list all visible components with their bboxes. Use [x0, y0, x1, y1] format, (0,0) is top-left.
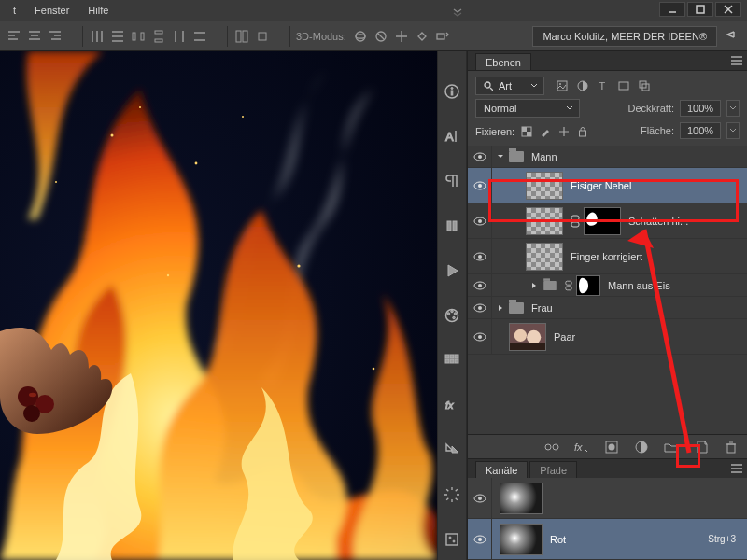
auto-blend-icon[interactable]	[254, 28, 271, 45]
info-icon[interactable]	[441, 83, 463, 100]
visibility-toggle[interactable]	[468, 203, 492, 238]
layer-group-frau[interactable]: Frau	[468, 297, 747, 319]
auto-align-icon[interactable]	[233, 28, 250, 45]
visibility-toggle[interactable]	[468, 297, 492, 318]
maximize-button[interactable]	[687, 2, 713, 17]
pan-3d-icon[interactable]	[393, 28, 410, 45]
layer-thumbnail[interactable]	[526, 172, 563, 200]
layers-list[interactable]: Mann Eisiger Nebel Schatten hi... Finger…	[468, 146, 747, 434]
layer-name[interactable]: Mann	[531, 151, 557, 162]
menu-stub[interactable]: t	[4, 3, 25, 18]
align-right-icon[interactable]	[47, 28, 63, 45]
layer-group-mann[interactable]: Mann	[468, 146, 747, 168]
orbit-3d-icon[interactable]	[352, 28, 369, 45]
layer-group-mann-aus-eis[interactable]: Mann aus Eis	[468, 274, 747, 297]
lock-position-icon[interactable]	[557, 125, 571, 138]
mask-link-icon[interactable]	[571, 215, 580, 228]
character-icon[interactable]: A	[441, 128, 463, 145]
layer-thumbnail[interactable]	[526, 243, 563, 271]
panel-menu-icon[interactable]	[728, 459, 747, 478]
filter-kind-select[interactable]: Art	[475, 77, 544, 95]
visibility-toggle[interactable]	[468, 519, 492, 560]
distribute-hcenters-icon[interactable]	[171, 28, 188, 45]
lock-all-icon[interactable]	[576, 125, 589, 138]
layer-name[interactable]: Eisiger Nebel	[571, 180, 631, 191]
visibility-toggle[interactable]	[468, 319, 492, 354]
mask-thumbnail[interactable]	[576, 275, 600, 296]
distribute-vcenters-icon[interactable]	[191, 28, 208, 45]
user-chip[interactable]: Marco Kolditz, MEER DER IDEEN®	[532, 26, 717, 47]
layer-name[interactable]: Mann aus Eis	[608, 280, 670, 291]
collapse-panels-button[interactable]	[437, 6, 467, 19]
layer-name[interactable]: Finger korrigiert	[571, 251, 642, 262]
slide-3d-icon[interactable]	[414, 28, 430, 45]
play-icon[interactable]	[441, 262, 463, 279]
fx-icon[interactable]: fx	[573, 439, 590, 455]
visibility-toggle[interactable]	[468, 478, 492, 519]
filter-smart-icon[interactable]	[638, 79, 651, 92]
panel-menu-icon[interactable]	[728, 51, 747, 70]
menu-fenster[interactable]: Fenster	[25, 3, 78, 18]
visibility-toggle[interactable]	[468, 168, 492, 203]
new-layer-icon[interactable]	[693, 439, 710, 455]
minimize-button[interactable]	[659, 2, 685, 17]
close-button[interactable]	[715, 2, 741, 17]
add-mask-icon[interactable]	[603, 439, 620, 455]
lock-transparency-icon[interactable]	[520, 125, 533, 138]
opacity-input[interactable]: 100%	[680, 100, 721, 117]
layer-thumbnail[interactable]	[509, 323, 546, 351]
layer-schatten[interactable]: Schatten hi...	[468, 203, 747, 239]
distribute-space-v-icon[interactable]	[150, 28, 167, 45]
roll-3d-icon[interactable]	[373, 28, 389, 45]
new-group-icon[interactable]	[663, 439, 680, 455]
channel-thumbnail[interactable]	[500, 483, 543, 514]
align-center-icon[interactable]	[26, 28, 43, 45]
scale-3d-icon[interactable]	[434, 28, 451, 45]
lock-paint-icon[interactable]	[539, 125, 552, 138]
tab-kanaele[interactable]: Kanäle	[475, 461, 528, 478]
visibility-toggle[interactable]	[468, 274, 492, 296]
color-icon[interactable]	[441, 352, 463, 369]
tab-ebenen[interactable]: Ebenen	[475, 53, 531, 70]
layer-name[interactable]: Schatten hi...	[628, 216, 688, 227]
layer-eisiger-nebel[interactable]: Eisiger Nebel	[468, 168, 747, 203]
actions-icon[interactable]	[441, 217, 463, 234]
group-collapse-toggle[interactable]	[492, 304, 509, 312]
document-canvas[interactable]	[0, 51, 437, 560]
new-adjustment-icon[interactable]	[633, 439, 650, 455]
layer-thumbnail[interactable]	[526, 207, 563, 235]
swatches-icon[interactable]	[441, 307, 463, 324]
filter-text-icon[interactable]: T	[597, 79, 610, 92]
channel-rgb-row[interactable]	[468, 478, 747, 519]
blend-mode-select[interactable]: Normal	[475, 99, 580, 118]
delete-layer-icon[interactable]	[723, 439, 740, 455]
properties-icon[interactable]	[441, 486, 463, 503]
adjustments-icon[interactable]	[441, 531, 463, 548]
visibility-toggle[interactable]	[468, 239, 492, 273]
distribute-space-h-icon[interactable]	[130, 28, 147, 45]
opacity-stepper[interactable]	[726, 100, 740, 117]
fill-input[interactable]: 100%	[680, 122, 721, 139]
menu-hilfe[interactable]: Hilfe	[78, 3, 118, 18]
distribute-v-icon[interactable]	[109, 28, 126, 45]
tab-pfade[interactable]: Pfade	[529, 461, 577, 478]
layer-finger[interactable]: Finger korrigiert	[468, 239, 747, 274]
filter-pixel-icon[interactable]	[556, 79, 569, 92]
filter-adjust-icon[interactable]	[576, 79, 589, 92]
group-collapse-toggle[interactable]	[526, 282, 543, 289]
mask-thumbnail[interactable]	[584, 207, 621, 235]
channel-rot-row[interactable]: Rot Strg+3	[468, 519, 747, 560]
styles-icon[interactable]: fx	[441, 397, 463, 413]
distribute-h-icon[interactable]	[89, 28, 106, 45]
share-icon[interactable]	[723, 27, 741, 46]
paragraph-icon[interactable]	[441, 173, 463, 189]
mask-link-icon[interactable]	[565, 280, 572, 291]
filter-shape-icon[interactable]	[617, 79, 630, 92]
align-left-icon[interactable]	[6, 28, 22, 45]
history-icon[interactable]	[441, 441, 463, 458]
fill-stepper[interactable]	[726, 122, 740, 139]
layer-paar[interactable]: Paar	[468, 319, 747, 355]
layer-name[interactable]: Frau	[531, 302, 553, 314]
channel-thumbnail[interactable]	[500, 524, 543, 555]
layer-name[interactable]: Paar	[554, 331, 575, 343]
